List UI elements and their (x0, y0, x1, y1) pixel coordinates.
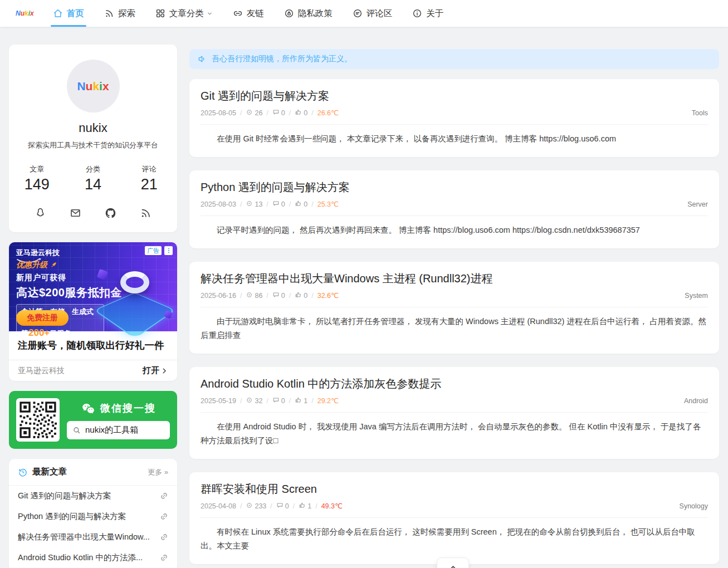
article-likes: 0 (304, 292, 307, 300)
recent-articles-title: 最新文章 (32, 466, 67, 478)
article-temperature: 29.2℃ (317, 396, 339, 405)
like-icon (299, 502, 306, 509)
wechat-search-text: nukix的工具箱 (85, 425, 138, 435)
article-date: 2025-05-19 (201, 397, 236, 405)
recent-articles-header: 最新文章 更多 » (9, 459, 177, 486)
site-logo[interactable]: Nukix (16, 9, 34, 17)
article-title[interactable]: Git 遇到的问题与解决方案 (201, 89, 708, 104)
article-temperature: 26.6℃ (317, 109, 339, 117)
article-temperature: 25.3℃ (317, 200, 339, 208)
ad-card[interactable]: 亚马逊云科技 广告 优惠升级 新用户可获得 高达$200服务抵扣金 (9, 242, 177, 381)
wechat-search-box: nukix的工具箱 (67, 421, 170, 439)
article-comments: 0 (281, 292, 285, 300)
wechat-qr-code (16, 398, 60, 442)
article-title[interactable]: 群晖安装和使用 Screen (201, 482, 708, 497)
recent-item[interactable]: Git 遇到的问题与解决方案 (9, 486, 177, 506)
article-meta: 2025-05-19 / 32 / 0 / 1 / 29.2℃ Android (201, 396, 708, 405)
article-date: 2025-08-05 (201, 109, 236, 117)
divider (201, 517, 708, 518)
wechat-right: 微信搜一搜 nukix的工具箱 (67, 401, 170, 439)
article-likes: 0 (304, 109, 307, 117)
history-icon (18, 467, 28, 477)
article-excerpt: 记录平时遇到的问题， 然后再次遇到时再回来查。 博主博客 https://blo… (201, 223, 708, 237)
announcement-banner: 吾心吾行澄如明镜，所作所为皆为正义。 (189, 49, 719, 69)
nav-item-categories[interactable]: 文章分类 (155, 0, 213, 27)
nav-label: 评论区 (367, 8, 393, 19)
recent-articles-card: 最新文章 更多 » Git 遇到的问题与解决方案 Python 遇到的问题与解决… (9, 459, 177, 568)
article-temperature: 49.3℃ (321, 502, 343, 510)
profile-name: nukix (9, 121, 177, 135)
divider (201, 216, 708, 216)
nav-item-about[interactable]: 关于 (412, 0, 443, 27)
profile-card: Nukix nukix 探索实用工具与技术干货的知识分享平台 文章 149 分类… (9, 45, 177, 232)
stat-categories[interactable]: 分类 14 (65, 164, 121, 193)
article-card: Python 遇到的问题与解决方案 2025-08-03 / 13 / 0 / … (189, 170, 719, 248)
recent-item[interactable]: Python 遇到的问题与解决方案 (9, 506, 177, 527)
ad-footer: 亚马逊云科技 打开 (9, 360, 177, 381)
ad-menu-button[interactable] (164, 246, 173, 255)
qq-icon[interactable] (35, 207, 46, 219)
recent-more-link[interactable]: 更多 » (148, 467, 168, 477)
article-category[interactable]: System (685, 292, 708, 300)
like-icon (295, 291, 302, 298)
article-likes: 1 (304, 397, 307, 405)
nav-item-home[interactable]: 首页 (53, 0, 84, 27)
recent-item[interactable]: Android Studio Kotlin 中的方法添... (9, 547, 177, 568)
article-meta: 2025-06-16 / 86 / 0 / 0 / 32.6℃ System (201, 291, 708, 300)
ad-register-button[interactable]: 免费注册 (16, 310, 69, 326)
nav-item-privacy[interactable]: 隐私政策 (284, 0, 333, 27)
ad-open-button[interactable]: 打开 (143, 365, 168, 376)
nav-label: 首页 (67, 8, 84, 19)
article-title[interactable]: Python 遇到的问题与解决方案 (201, 180, 708, 195)
github-icon[interactable] (105, 207, 116, 219)
privacy-icon (284, 8, 294, 18)
like-icon (295, 200, 302, 207)
nav-item-comments[interactable]: 评论区 (353, 0, 393, 27)
nav-label: 关于 (426, 8, 443, 19)
article-views: 13 (255, 200, 262, 208)
article-excerpt: 在使用 Android Studio 时， 我发现使用 Java 编写方法后在调… (201, 420, 708, 448)
article-views: 86 (255, 292, 262, 300)
sidebar: Nukix nukix 探索实用工具与技术干货的知识分享平台 文章 149 分类… (9, 45, 177, 568)
main-content: 吾心吾行澄如明镜，所作所为皆为正义。 Git 遇到的问题与解决方案 2025-0… (189, 45, 719, 568)
article-title[interactable]: Android Studio Kotlin 中的方法添加灰色参数提示 (201, 376, 708, 391)
recent-item[interactable]: 解决任务管理器中出现大量Window... (9, 527, 177, 547)
comment-icon (272, 200, 280, 207)
views-icon (246, 200, 253, 207)
rss-icon[interactable] (140, 207, 152, 219)
article-category[interactable]: Tools (692, 109, 708, 117)
article-likes: 1 (307, 502, 311, 510)
article-card: 解决任务管理器中出现大量Windows 主进程 (Rundll32)进程 202… (189, 262, 719, 354)
qr-code-image (18, 400, 57, 439)
ad-banner-image[interactable]: 亚马逊云科技 广告 优惠升级 新用户可获得 高达$200服务抵扣金 (9, 242, 177, 331)
article-date: 2025-04-08 (201, 502, 236, 510)
link-icon (233, 8, 243, 18)
comments-icon (353, 8, 363, 18)
stat-articles[interactable]: 文章 149 (9, 164, 65, 193)
search-icon (72, 426, 81, 434)
avatar-logo-text: Nukix (77, 80, 109, 93)
ad-illustration (99, 267, 172, 320)
link-icon (158, 531, 170, 543)
nav-label: 文章分类 (169, 8, 204, 19)
speaker-icon (198, 55, 207, 63)
scroll-to-top-button[interactable] (437, 557, 469, 568)
categories-icon (155, 8, 165, 18)
announcement-text: 吾心吾行澄如明镜，所作所为皆为正义。 (212, 54, 352, 64)
stat-comments[interactable]: 评论 21 (121, 164, 177, 193)
article-meta: 2025-08-05 / 26 / 0 / 0 / 26.6℃ Tools (201, 109, 708, 117)
article-category[interactable]: Synology (680, 502, 708, 510)
views-icon (246, 109, 253, 116)
avatar[interactable]: Nukix (67, 60, 120, 112)
views-icon (246, 396, 253, 404)
nav-item-friend-links[interactable]: 友链 (233, 0, 264, 27)
article-category[interactable]: Android (684, 397, 708, 405)
article-category[interactable]: Server (687, 200, 708, 208)
profile-stats: 文章 149 分类 14 评论 21 (9, 164, 177, 193)
link-icon (158, 511, 170, 522)
mail-icon[interactable] (70, 207, 81, 219)
article-title[interactable]: 解决任务管理器中出现大量Windows 主进程 (Rundll32)进程 (201, 271, 708, 286)
chevron-up-icon (448, 562, 458, 568)
article-meta: 2025-08-03 / 13 / 0 / 0 / 25.3℃ Server (201, 200, 708, 208)
nav-item-explore[interactable]: 探索 (104, 0, 135, 27)
